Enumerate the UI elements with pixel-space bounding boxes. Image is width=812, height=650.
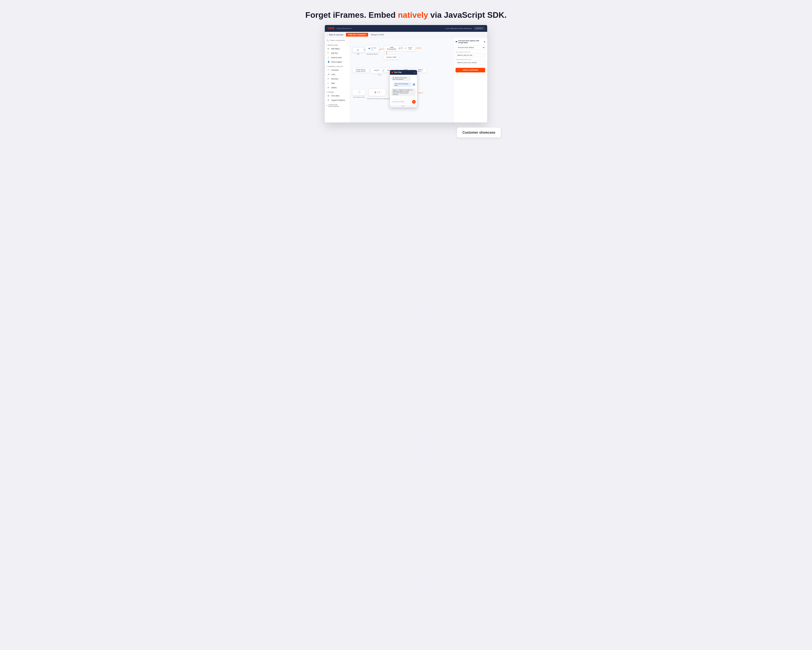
back-link[interactable]: ← Back to overview (327, 34, 343, 36)
start-icon: ▷ (328, 82, 330, 85)
identify-label: Identify by Phone# (366, 53, 378, 55)
node-send-listen1[interactable]: ↗ send & listen (403, 45, 415, 51)
panel-map-icon: 🗺 (456, 41, 457, 43)
sidebar-item-logical-conditions[interactable]: ⚙ Logical Conditions (325, 98, 350, 102)
start-label: Start (357, 53, 360, 55)
general-arrow: ▾ (327, 66, 328, 67)
logout-button[interactable]: LOGOUT (474, 27, 484, 30)
comment-icon: ☐ (328, 69, 330, 72)
page-content: Forget iFrames. Embed natively via JavaS… (304, 7, 508, 137)
sidebar-section-language: ▾ Language Processing (325, 102, 350, 108)
chat-bot-text1: Ok, please let me know your new address. (391, 76, 411, 81)
test-chat-window: Test Chat × Ok, please let me know your … (390, 70, 417, 107)
hello-msg-text: "Hello {{Lastname}}" (386, 47, 397, 50)
headline-part1: Forget iFrames. Embed (305, 11, 398, 20)
panel-edit-icon[interactable]: ✎ (484, 41, 485, 43)
sidebar-item-form-slots[interactable]: ▤ Form Slots (325, 94, 350, 98)
dialog-label: Dialog for CHAT (371, 34, 384, 36)
publish-button[interactable]: PUBLISH CHANGES (346, 33, 368, 37)
app-window: VIER Dialog Workbench Leon Wilmanns (leo… (325, 25, 487, 122)
input-address-label: Input Address Form Slot (456, 51, 485, 53)
node-hello-msg[interactable]: "Hello {{Lastname}}" in out (384, 45, 399, 51)
utilities-icon: ⚙ (328, 87, 330, 89)
contact-reason-label: Contact Reason: Change Address (354, 69, 367, 72)
chat-input[interactable] (391, 100, 411, 103)
headline-part2: via JavaScript SDK. (428, 11, 507, 20)
chat-footer-heart: ♡ (404, 105, 406, 107)
node-identify[interactable]: ☁ success failure Identify by Phone# (365, 45, 379, 53)
node-generic-hello[interactable]: Generic "Hello" (384, 55, 399, 60)
add-object-icon: ⊞ (328, 48, 330, 50)
chat-user-text1: Vier GmbH Hamburger Allee (393, 82, 412, 87)
flow-canvas: ▷ Start ☁ success failure Identify by Ph… (350, 38, 453, 122)
chat-header-left: Test Chat (392, 72, 401, 73)
sidebar-item-utilities[interactable]: ⚙ Utilities (325, 85, 350, 90)
chat-title: Test Chat (394, 72, 401, 73)
chat-msg-user1: Vier GmbH Hamburger Allee 👤 (391, 82, 416, 87)
sidebar-section-general: ▾ General Dialog (325, 64, 350, 68)
node-contact-reason[interactable]: Contact Reason: Change Address (352, 68, 369, 73)
node-store-address[interactable]: 📄 Store Address Answer (352, 90, 366, 95)
nav-right: Leon Wilmanns (leon.wilmanns) LOGOUT (446, 27, 484, 30)
add-text-icon: T (328, 52, 330, 55)
panel-title: 🗺 Find and Clean Address with Google Map… (456, 40, 485, 44)
panel-select[interactable]: Find and Clean Address (456, 46, 485, 50)
sidebar-item-start[interactable]: ▷ Start (325, 81, 350, 85)
output-address-label: Output Address Form Slot (456, 59, 485, 60)
node-find-clean[interactable]: ⊞✕☰ Find and Clean Address with Google M… (369, 88, 386, 96)
send-listen1-label: send & listen (407, 47, 414, 50)
chat-header: Test Chat × (390, 70, 417, 75)
sidebar-item-comment[interactable]: ☐ Comment (325, 68, 350, 72)
language-arrow: ▾ (327, 105, 328, 107)
input-address-field[interactable] (456, 53, 485, 57)
sidebar-item-add-text[interactable]: T Add Text (325, 51, 350, 55)
output-address-field[interactable] (456, 61, 485, 64)
main-layout: 🔍 ▾ Messaging ⊞ Add Object T Add Text (325, 38, 487, 122)
generic-hello-text: Generic "Hello" (386, 56, 397, 58)
sidebar-item-add-object[interactable]: ⊞ Add Object (325, 47, 350, 51)
nav-bar: VIER Dialog Workbench Leon Wilmanns (leo… (325, 25, 487, 32)
chat-input-row: ➤ (390, 99, 417, 105)
search-icon: 🔍 (327, 39, 329, 41)
sidebar-section-forms: ▾ Forms (325, 90, 350, 94)
close-icon[interactable]: × (414, 71, 415, 73)
sidebar-item-recovery[interactable]: ⟳ Recovery (325, 77, 350, 81)
showcase-badge: Customer showcase (457, 128, 501, 137)
forms-arrow: ▾ (327, 92, 328, 93)
brand-logo: VIER (328, 27, 334, 30)
send-listen-icon: ↗ (328, 56, 330, 59)
sidebar-item-send-listen[interactable]: ↗ Send & Listen (325, 55, 350, 60)
links-icon: 🔗 (328, 73, 330, 76)
form-slots-icon: ▤ (328, 95, 330, 97)
got-id-label: Got ID? (374, 69, 379, 71)
save-continue-button[interactable]: SAVE & CONTINUE (456, 68, 485, 72)
canvas-area: ▷ Start ☁ success failure Identify by Ph… (350, 38, 453, 122)
panel-title-text: Find and Clean Address with Google Maps (458, 40, 483, 44)
messaging-arrow: ▾ (327, 44, 328, 46)
chat-msg-bot2: Alright, I changed your address to Hambu… (391, 88, 416, 96)
search-box: 🔍 (325, 38, 350, 43)
chat-send-button[interactable]: ➤ (412, 100, 416, 104)
recovery-icon: ⟳ (328, 78, 330, 80)
store-address-label: Store Address Answer (353, 96, 365, 98)
right-panel: 🗺 Find and Clean Address with Google Map… (453, 38, 487, 122)
chat-dot (392, 72, 393, 73)
secondary-bar: ← Back to overview PUBLISH CHANGES Dialo… (325, 32, 487, 38)
sidebar-item-links[interactable]: 🔗 Links (325, 72, 350, 77)
node-got-id[interactable]: Got ID? ⊘ empty filled (371, 68, 383, 74)
start-play-icon: ▷ (357, 49, 359, 51)
node-start[interactable]: ▷ Start (352, 47, 364, 53)
user-label: Leon Wilmanns (leon.wilmanns) (446, 27, 472, 29)
avatar: 👤 (412, 83, 416, 86)
chat-bot-text2: Alright, I changed your address to Hambu… (391, 88, 416, 96)
sidebar: 🔍 ▾ Messaging ⊞ Add Object T Add Text (325, 38, 350, 122)
showcase-label: Customer showcase (462, 131, 495, 134)
chat-footer: VIER ♡ (390, 105, 417, 107)
sidebar-item-send-agent[interactable]: 👤 Send to Agent (325, 60, 350, 64)
search-input[interactable] (330, 40, 348, 41)
chat-user-row1: Vier GmbH Hamburger Allee 👤 (391, 82, 416, 87)
find-clean-label: Find and Clean Address with Google Maps (367, 98, 388, 99)
headline-highlight: natively (398, 11, 428, 20)
nav-left: VIER Dialog Workbench (328, 27, 352, 30)
logical-conditions-icon: ⚙ (328, 99, 330, 101)
